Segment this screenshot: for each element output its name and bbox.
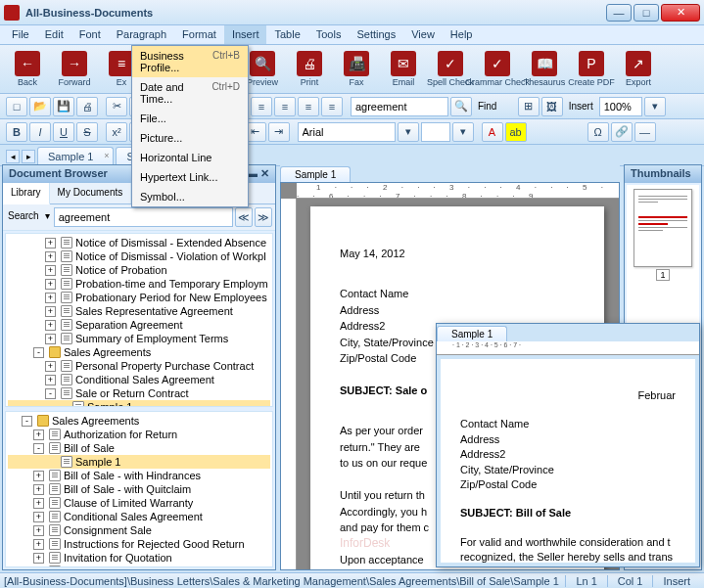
search-prev-icon[interactable]: ≪ <box>235 207 253 227</box>
search-input[interactable] <box>351 97 448 116</box>
tree-toggle-icon[interactable]: + <box>45 238 56 249</box>
indent-button[interactable]: ⇥ <box>268 122 290 142</box>
insert-menu-item[interactable]: Symbol... <box>132 187 248 206</box>
strike-button[interactable]: S <box>76 122 98 142</box>
highlight-button[interactable]: ab <box>505 122 527 142</box>
font-dropdown-icon[interactable]: ▾ <box>398 122 419 142</box>
fax-button[interactable]: 📠Fax <box>335 48 378 91</box>
close-button[interactable]: ✕ <box>661 4 700 22</box>
tree-item[interactable]: +Personal Property Purchase Contract <box>8 359 270 373</box>
menu-tools[interactable]: Tools <box>308 25 350 44</box>
browser-search-input[interactable] <box>54 207 233 227</box>
ruler-horizontal[interactable] <box>297 183 619 199</box>
insert-menu-item[interactable]: Date and Time...Ctrl+D <box>132 77 248 109</box>
font-select[interactable] <box>298 122 396 142</box>
tree-toggle-icon[interactable]: + <box>45 306 56 317</box>
align-right-button[interactable]: ≡ <box>298 97 319 116</box>
menu-file[interactable]: File <box>4 25 37 44</box>
align-left-button[interactable]: ≡ <box>251 97 272 116</box>
menu-view[interactable]: View <box>403 25 443 44</box>
menu-paragraph[interactable]: Paragraph <box>109 25 174 44</box>
tree-item[interactable]: +Authorization for Return <box>8 428 270 441</box>
thesaurus-button[interactable]: 📖Thesaurus <box>523 48 566 91</box>
menu-help[interactable]: Help <box>443 25 481 44</box>
open-button[interactable]: 📂 <box>29 97 51 116</box>
forward-button[interactable]: →Forward <box>53 48 96 91</box>
menu-format[interactable]: Format <box>174 25 224 44</box>
tree-toggle-icon[interactable]: + <box>33 498 44 509</box>
tree-item[interactable]: +Bill of Sale - with Quitclaim <box>8 482 270 496</box>
tree-toggle-icon[interactable]: + <box>33 525 44 536</box>
maximize-button[interactable]: □ <box>634 4 659 22</box>
find-icon[interactable]: 🔍 <box>450 97 472 116</box>
tree-item[interactable]: +Consignment Sale <box>8 523 270 537</box>
insert-label[interactable]: Insert <box>565 101 597 112</box>
tree-toggle-icon[interactable]: + <box>33 539 44 550</box>
insert-menu-item[interactable]: Hypertext Link... <box>132 167 248 187</box>
italic-button[interactable]: I <box>29 122 51 142</box>
tree-item[interactable]: Sample 1 <box>8 400 270 407</box>
tree-toggle-icon[interactable]: - <box>45 388 56 399</box>
close-icon[interactable]: × <box>104 151 109 160</box>
tree-item[interactable]: +Clause of Limited Warranty <box>8 496 270 510</box>
cut-button[interactable]: ✂ <box>106 97 127 116</box>
tree-item[interactable]: -Bill of Sale <box>8 441 270 455</box>
ruler-vertical[interactable] <box>281 199 297 569</box>
center-doc-tab[interactable]: Sample 1 <box>280 166 351 182</box>
search-dropdown-icon[interactable]: ▾ <box>43 207 52 227</box>
tree-item[interactable]: +Bill of Sale - with Hindrances <box>8 469 270 482</box>
menu-edit[interactable]: Edit <box>37 25 71 44</box>
table-button[interactable]: ⊞ <box>518 97 540 116</box>
tree-item[interactable]: +Notice of Probation <box>8 263 270 277</box>
tree-item[interactable]: -Sale or Return Contract <box>8 386 270 400</box>
tree-item[interactable]: +Probationary Period for New Employees <box>8 291 270 304</box>
export-button[interactable]: ↗Export <box>617 48 660 91</box>
tree-item[interactable]: +Separation Agreement <box>8 318 270 332</box>
tree-toggle-icon[interactable]: + <box>45 334 56 344</box>
insert-menu-item[interactable]: Business Profile...Ctrl+B <box>132 46 248 77</box>
tree-item[interactable]: +Probation-time and Temporary Employm <box>8 277 270 291</box>
tree-toggle-icon[interactable]: + <box>45 279 56 290</box>
tree-toggle-icon[interactable]: + <box>45 320 56 331</box>
tree-toggle-icon[interactable]: + <box>45 265 56 276</box>
grammar-check-button[interactable]: ✓Grammar Check <box>476 48 519 91</box>
tab-next-icon[interactable]: ▸ <box>22 150 35 163</box>
insert-menu-item[interactable]: File... <box>132 109 248 128</box>
tree-item[interactable]: +Conditional Sales Agreement <box>8 510 270 523</box>
symbol-omega-button[interactable]: Ω <box>587 122 609 142</box>
tree-toggle-icon[interactable]: + <box>45 293 56 303</box>
print-button[interactable]: 🖨Print <box>288 48 331 91</box>
tree-toggle-icon[interactable]: - <box>33 443 44 454</box>
tree-toggle-icon[interactable]: - <box>33 347 44 358</box>
thumbnail-1[interactable] <box>634 189 692 267</box>
tree-item[interactable]: Sample 1 <box>8 455 270 469</box>
tree-item[interactable]: +Notice of Dismissal - Violation of Work… <box>8 249 270 263</box>
print-button[interactable]: 🖨 <box>76 97 98 116</box>
tree-item[interactable]: +Conditional Sales Agreement <box>8 373 270 386</box>
hr-button[interactable]: — <box>634 122 656 142</box>
tree-item[interactable]: +Instructions for Rejected Good Return <box>8 537 270 551</box>
tab-prev-icon[interactable]: ◂ <box>6 150 20 163</box>
tree-toggle-icon[interactable]: - <box>22 416 32 427</box>
save-button[interactable]: 💾 <box>53 97 74 116</box>
fontcolor-button[interactable]: A <box>482 122 503 142</box>
tree-item[interactable]: +Sales Representative Agreement <box>8 304 270 318</box>
bold-button[interactable]: B <box>6 122 27 142</box>
insert-menu-item[interactable]: Horizontal Line <box>132 148 248 167</box>
tree-item[interactable]: -Sales Agreements <box>8 414 270 428</box>
menu-settings[interactable]: Settings <box>349 25 403 44</box>
underline-button[interactable]: U <box>53 122 74 142</box>
float-ruler[interactable]: · 1 · 2 · 3 · 4 · 5 · 6 · 7 · <box>437 341 699 355</box>
browser-tab-my-documents[interactable]: My Documents <box>50 183 132 204</box>
fontsize-dropdown-icon[interactable]: ▾ <box>452 122 474 142</box>
email-button[interactable]: ✉Email <box>382 48 425 91</box>
zoom-dropdown-icon[interactable]: ▾ <box>644 97 666 116</box>
fontsize-select[interactable] <box>421 122 450 142</box>
tree-item[interactable]: +Summary of Employment Terms <box>8 332 270 345</box>
tree-item[interactable]: +Notice of Dismissal - Extended Absence <box>8 236 270 249</box>
tree-toggle-icon[interactable]: + <box>33 430 44 440</box>
create-pdf-button[interactable]: PCreate PDF <box>570 48 613 91</box>
menu-table[interactable]: Table <box>266 25 307 44</box>
superscript-button[interactable]: x² <box>106 122 127 142</box>
float-doc-tab[interactable]: Sample 1 <box>437 326 507 341</box>
